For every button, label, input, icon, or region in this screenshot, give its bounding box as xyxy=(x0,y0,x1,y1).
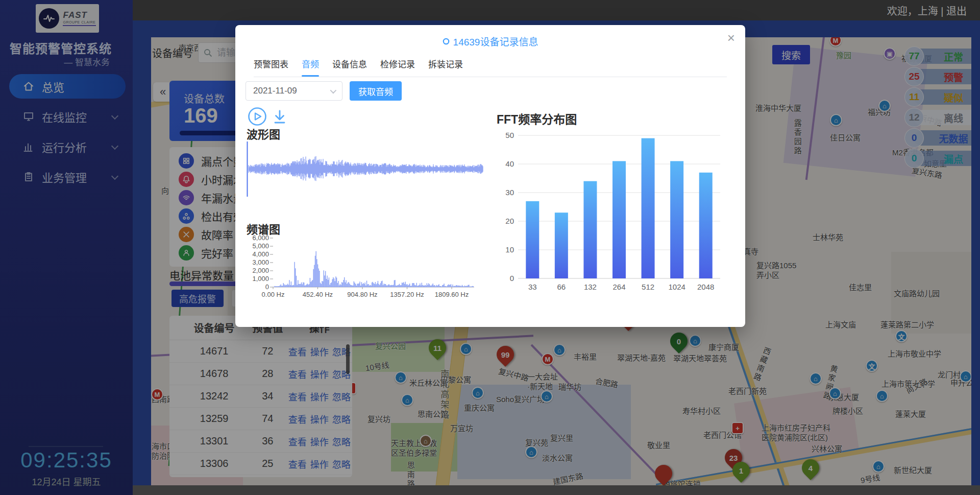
svg-text:0: 0 xyxy=(265,283,269,291)
dialog-tabs: 预警图表音频设备信息检修记录拆装记录 xyxy=(254,56,727,77)
fetch-audio-button[interactable]: 获取音频 xyxy=(350,81,402,101)
tab-拆装记录[interactable]: 拆装记录 xyxy=(428,56,463,77)
svg-text:1024: 1024 xyxy=(668,282,685,291)
svg-text:264: 264 xyxy=(612,282,625,291)
dialog-title-text: 14639设备记录信息 xyxy=(453,34,538,48)
screen: FAST GROUPE CLAIRE 智能预警管控系统 — 智慧水务 总览在线监… xyxy=(0,0,980,495)
svg-text:512: 512 xyxy=(642,282,654,291)
svg-text:40: 40 xyxy=(505,159,514,168)
download-audio-icon[interactable] xyxy=(271,108,288,126)
fft-bar-chart: 01020304050336613226451210242048 xyxy=(494,125,723,296)
svg-text:0: 0 xyxy=(510,274,514,282)
svg-text:0.00 Hz: 0.00 Hz xyxy=(262,291,285,298)
svg-text:30: 30 xyxy=(505,188,514,197)
svg-text:33: 33 xyxy=(528,282,537,291)
svg-text:66: 66 xyxy=(557,282,566,291)
dialog-title: 14639设备记录信息 xyxy=(235,34,745,48)
svg-text:50: 50 xyxy=(505,131,514,139)
circle-icon xyxy=(443,38,450,45)
date-select[interactable]: 2021-11-09 xyxy=(246,81,342,101)
svg-text:6,000: 6,000 xyxy=(252,234,269,242)
svg-text:2048: 2048 xyxy=(697,282,714,291)
spectrum-chart: 01,0002,0003,0004,0005,0006,0000.00 Hz45… xyxy=(244,234,477,316)
chevron-down-icon xyxy=(330,87,337,93)
tab-预警图表[interactable]: 预警图表 xyxy=(254,56,288,77)
svg-text:1,000: 1,000 xyxy=(252,275,269,282)
tab-设备信息[interactable]: 设备信息 xyxy=(332,56,367,77)
date-select-value: 2021-11-09 xyxy=(253,86,297,96)
tab-检修记录[interactable]: 检修记录 xyxy=(380,56,415,77)
svg-text:2,000: 2,000 xyxy=(252,267,269,274)
waveform-chart xyxy=(247,142,483,197)
svg-text:1357.20 Hz: 1357.20 Hz xyxy=(390,291,424,298)
fft-title: FFT频率分布图 xyxy=(497,110,577,127)
svg-text:10: 10 xyxy=(505,245,514,254)
play-audio-icon[interactable] xyxy=(248,107,267,126)
svg-text:4,000: 4,000 xyxy=(252,250,269,258)
svg-text:3,000: 3,000 xyxy=(252,258,269,266)
waveform-title: 波形图 xyxy=(247,125,280,142)
device-record-dialog: 14639设备记录信息 × 预警图表音频设备信息检修记录拆装记录 2021-11… xyxy=(235,25,745,327)
svg-text:5,000: 5,000 xyxy=(252,242,269,250)
close-icon[interactable]: × xyxy=(727,30,735,46)
tab-音频[interactable]: 音频 xyxy=(302,56,319,77)
svg-text:452.40 Hz: 452.40 Hz xyxy=(303,291,333,298)
svg-text:20: 20 xyxy=(505,217,514,225)
svg-text:904.80 Hz: 904.80 Hz xyxy=(347,291,377,298)
svg-text:1809.60 Hz: 1809.60 Hz xyxy=(435,291,469,298)
svg-text:132: 132 xyxy=(584,282,597,291)
